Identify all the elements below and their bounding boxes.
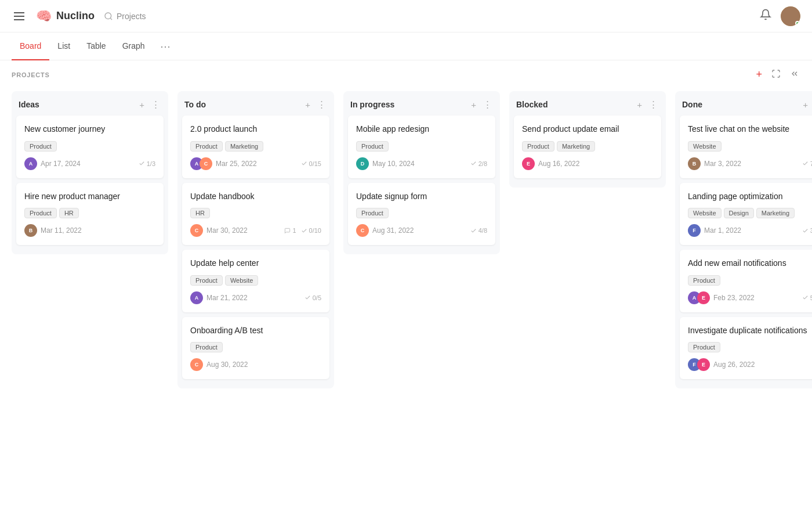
tag: Marketing (756, 208, 795, 218)
card-footer-right: 0/15 (301, 160, 321, 167)
card-footer-left: FE Aug 26, 2022 (688, 358, 755, 371)
card-avatars: AC (190, 157, 212, 170)
card-footer-right: 1 0/10 (284, 227, 321, 234)
user-avatar[interactable] (781, 6, 800, 26)
avatar: B (688, 157, 701, 170)
tab-graph[interactable]: Graph (114, 33, 153, 60)
card-card-6[interactable]: Onboarding A/B test Product C Aug 30, 20… (182, 317, 329, 380)
card-card-7[interactable]: Mobile app redesign Product D May 10, 20… (348, 116, 495, 178)
card-card-5[interactable]: Update help center ProductWebsite A Mar … (182, 250, 329, 312)
add-project-button[interactable]: + (755, 67, 763, 82)
tag: Product (190, 342, 223, 352)
card-footer: A Apr 17, 2024 1/3 (24, 157, 155, 170)
card-footer: AC Mar 25, 2022 0/15 (190, 157, 321, 170)
avatar: E (697, 358, 710, 371)
card-footer: F Mar 1, 2022 3/3 (688, 224, 812, 237)
card-avatars: E (522, 157, 535, 170)
card-tags: Product (24, 141, 155, 152)
card-card-11[interactable]: Landing page optimization WebsiteDesignM… (680, 183, 812, 246)
card-card-12[interactable]: Add new email notifications Product AE F… (680, 250, 812, 312)
card-card-1[interactable]: New customer journey Product A Apr 17, 2… (16, 116, 164, 178)
column-title-ideas: Ideas (19, 100, 39, 109)
card-card-13[interactable]: Investigate duplicate notifications Prod… (680, 317, 812, 380)
more-tabs-button[interactable]: ⋯ (155, 40, 175, 53)
card-card-9[interactable]: Send product update email ProductMarketi… (514, 116, 661, 178)
search-text: Projects (117, 12, 146, 21)
card-footer: C Mar 30, 2022 1 0/10 (190, 224, 321, 237)
column-ideas: Ideas + ⋮ New customer journey Product A… (12, 91, 168, 254)
add-card-button-blocked[interactable]: + (636, 99, 643, 111)
card-footer-left: AE Feb 23, 2022 (688, 291, 755, 304)
card-title: New customer journey (24, 124, 155, 135)
card-title: Landing page optimization (688, 191, 812, 203)
column-header-ideas: Ideas + ⋮ (12, 91, 168, 116)
notification-button[interactable] (760, 9, 771, 23)
column-done: Done + ⋮ Test live chat on the website W… (675, 91, 812, 388)
card-date: Mar 11, 2022 (41, 226, 82, 235)
add-card-button-ideas[interactable]: + (138, 99, 146, 111)
expand-button[interactable] (770, 68, 782, 82)
tag: Website (688, 141, 722, 152)
column-more-button-ideas[interactable]: ⋮ (150, 98, 161, 111)
card-comment: 1 (284, 227, 296, 234)
card-progress: 0/5 (304, 294, 321, 301)
tag: Product (356, 208, 389, 218)
card-title: Investigate duplicate notifications (688, 325, 812, 337)
card-title: Mobile app redesign (356, 124, 487, 135)
card-footer: B Mar 3, 2022 7/7 (688, 157, 812, 170)
column-more-button-inprogress[interactable]: ⋮ (482, 98, 493, 111)
card-card-2[interactable]: Hire new product manager ProductHR B Mar… (16, 183, 164, 246)
svg-point-0 (105, 13, 111, 19)
card-avatars: C (190, 358, 203, 371)
card-card-4[interactable]: Update handbook HR C Mar 30, 2022 1 0/10 (182, 183, 329, 246)
tab-table[interactable]: Table (78, 33, 114, 60)
card-card-3[interactable]: 2.0 product launch ProductMarketing AC M… (182, 116, 329, 178)
collapse-button[interactable] (789, 68, 800, 82)
card-avatars: A (24, 157, 37, 170)
card-footer-left: C Aug 31, 2022 (356, 224, 414, 237)
column-title-todo: To do (184, 100, 206, 109)
avatar: B (24, 224, 37, 237)
tag: Design (724, 208, 754, 218)
card-date: Mar 3, 2022 (704, 160, 741, 168)
user-status-dot (795, 21, 800, 26)
column-header-todo: To do + ⋮ (177, 91, 334, 116)
avatar: F (688, 224, 701, 237)
add-card-button-todo[interactable]: + (304, 99, 311, 111)
column-more-button-blocked[interactable]: ⋮ (648, 98, 659, 111)
card-footer-left: A Mar 21, 2022 (190, 291, 248, 304)
tab-board[interactable]: Board (12, 33, 49, 60)
column-title-inprogress: In progress (350, 100, 394, 109)
card-title: Test live chat on the website (688, 124, 812, 135)
logo-icon: 🧠 (36, 9, 52, 24)
add-card-button-done[interactable]: + (802, 99, 809, 111)
card-tags: HR (190, 208, 321, 218)
topnav-left: 🧠 Nuclino Projects (12, 9, 146, 24)
card-progress: 0/10 (301, 227, 321, 234)
avatar: E (522, 157, 535, 170)
column-actions-done: + ⋮ (802, 98, 812, 111)
column-actions-blocked: + ⋮ (636, 98, 659, 111)
card-avatars: B (688, 157, 701, 170)
column-more-button-todo[interactable]: ⋮ (316, 98, 327, 111)
card-footer-left: C Aug 30, 2022 (190, 358, 248, 371)
card-date: Aug 26, 2022 (713, 361, 755, 369)
tag: Product (688, 342, 720, 352)
logo[interactable]: 🧠 Nuclino (36, 9, 95, 24)
add-card-button-inprogress[interactable]: + (470, 99, 477, 111)
card-card-10[interactable]: Test live chat on the website Website B … (680, 116, 812, 178)
search-area[interactable]: Projects (104, 12, 146, 21)
card-tags: Product (356, 141, 487, 152)
tab-list[interactable]: List (49, 33, 78, 60)
column-actions-ideas: + ⋮ (138, 98, 161, 111)
card-date: Aug 16, 2022 (538, 160, 579, 168)
tag: HR (59, 208, 79, 218)
hamburger-button[interactable] (12, 10, 27, 23)
card-footer: AE Feb 23, 2022 5/5 (688, 291, 812, 304)
card-card-8[interactable]: Update signup form Product C Aug 31, 202… (348, 183, 495, 246)
card-date: Aug 31, 2022 (372, 226, 414, 235)
tag: Product (190, 275, 223, 286)
column-actions-inprogress: + ⋮ (470, 98, 493, 111)
card-footer-left: E Aug 16, 2022 (522, 157, 579, 170)
card-title: Update help center (190, 258, 321, 269)
